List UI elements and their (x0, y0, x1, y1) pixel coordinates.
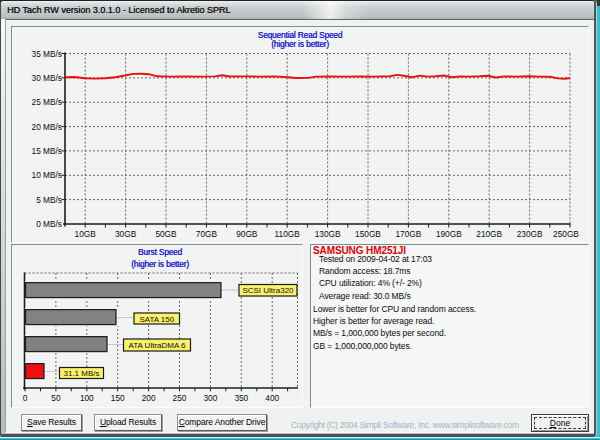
svg-text:250: 250 (173, 393, 187, 403)
svg-text:30GB: 30GB (115, 229, 137, 239)
svg-text:190GB: 190GB (436, 229, 462, 239)
svg-text:200: 200 (142, 393, 156, 403)
svg-text:300: 300 (203, 393, 217, 403)
svg-text:5 MB/s: 5 MB/s (36, 195, 62, 205)
svg-text:0: 0 (23, 393, 28, 403)
svg-text:10 MB/s: 10 MB/s (32, 170, 62, 180)
svg-text:350: 350 (234, 393, 248, 403)
svg-text:35 MB/s: 35 MB/s (32, 49, 62, 59)
svg-text:25 MB/s: 25 MB/s (32, 97, 62, 107)
svg-text:230GB: 230GB (517, 229, 543, 239)
svg-text:70GB: 70GB (196, 229, 218, 239)
svg-text:10GB: 10GB (75, 229, 97, 239)
svg-text:ATA UltraDMA 6: ATA UltraDMA 6 (128, 341, 186, 350)
svg-text:400: 400 (265, 393, 279, 403)
svg-text:15 MB/s: 15 MB/s (32, 146, 62, 156)
svg-text:210GB: 210GB (476, 229, 502, 239)
svg-text:0 MB/s: 0 MB/s (36, 219, 62, 229)
svg-text:170GB: 170GB (395, 229, 421, 239)
svg-text:30 MB/s: 30 MB/s (32, 73, 62, 83)
svg-text:130GB: 130GB (315, 229, 341, 239)
svg-text:250GB: 250GB (553, 229, 579, 239)
svg-text:150GB: 150GB (355, 229, 381, 239)
svg-text:SATA 150: SATA 150 (139, 315, 174, 324)
svg-text:150: 150 (111, 393, 125, 403)
svg-text:100: 100 (80, 393, 94, 403)
svg-text:90GB: 90GB (236, 229, 258, 239)
svg-text:SCSI Ultra320: SCSI Ultra320 (242, 286, 294, 295)
svg-text:50: 50 (51, 393, 61, 403)
svg-text:50GB: 50GB (155, 229, 177, 239)
svg-text:31.1 MB/s: 31.1 MB/s (63, 369, 99, 378)
svg-text:20 MB/s: 20 MB/s (32, 122, 62, 132)
svg-text:110GB: 110GB (275, 229, 301, 239)
